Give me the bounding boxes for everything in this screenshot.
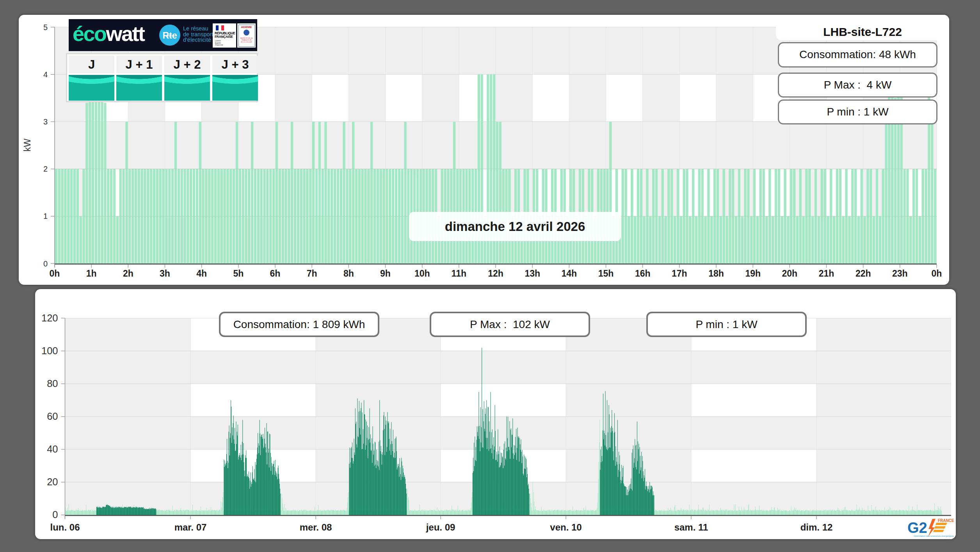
svg-text:sam. 11: sam. 11 <box>674 522 708 532</box>
svg-text:ven. 10: ven. 10 <box>550 522 582 532</box>
svg-text:5h: 5h <box>233 268 244 279</box>
svg-text:0h: 0h <box>50 268 60 279</box>
svg-text:19h: 19h <box>745 268 761 279</box>
svg-text:18h: 18h <box>708 268 724 279</box>
svg-text:14h: 14h <box>561 268 577 279</box>
svg-text:10h: 10h <box>414 268 430 279</box>
svg-text:G2: G2 <box>907 520 927 536</box>
svg-text:kW: kW <box>22 138 32 152</box>
svg-text:FRANCE: FRANCE <box>938 518 954 523</box>
svg-text:12h: 12h <box>488 268 503 279</box>
svg-text:7h: 7h <box>307 268 317 279</box>
svg-text:3: 3 <box>43 117 48 126</box>
svg-text:4h: 4h <box>196 268 207 279</box>
svg-text:17h: 17h <box>672 268 687 279</box>
svg-text:mer. 08: mer. 08 <box>300 522 332 532</box>
svg-text:Optimisation des ressources én: Optimisation des ressources énergétiques <box>914 535 954 537</box>
svg-text:jeu. 09: jeu. 09 <box>426 522 455 532</box>
svg-text:dim. 12: dim. 12 <box>800 522 833 532</box>
svg-text:0: 0 <box>43 259 48 268</box>
svg-text:22h: 22h <box>855 268 871 279</box>
svg-text:2: 2 <box>43 165 48 173</box>
svg-text:13h: 13h <box>525 268 540 279</box>
svg-text:20: 20 <box>47 476 58 487</box>
svg-text:lun. 06: lun. 06 <box>50 522 80 532</box>
svg-text:21h: 21h <box>819 268 834 279</box>
svg-text:23h: 23h <box>892 268 908 279</box>
svg-text:mar. 07: mar. 07 <box>174 522 207 532</box>
svg-text:4: 4 <box>43 70 48 79</box>
svg-text:0: 0 <box>52 509 58 520</box>
svg-text:0h: 0h <box>932 268 942 279</box>
svg-text:120: 120 <box>41 312 58 323</box>
svg-text:11h: 11h <box>452 268 466 279</box>
svg-text:15h: 15h <box>598 268 614 279</box>
svg-text:16h: 16h <box>635 268 651 279</box>
svg-text:1h: 1h <box>86 268 97 279</box>
svg-text:20h: 20h <box>782 268 797 279</box>
svg-text:80: 80 <box>47 378 58 389</box>
svg-text:3h: 3h <box>160 268 170 279</box>
svg-text:2h: 2h <box>123 268 133 279</box>
svg-text:9h: 9h <box>380 268 391 279</box>
svg-text:1: 1 <box>43 212 48 220</box>
svg-text:100: 100 <box>41 345 58 356</box>
svg-text:6h: 6h <box>270 268 281 279</box>
svg-text:60: 60 <box>47 411 58 422</box>
svg-text:40: 40 <box>47 444 58 454</box>
svg-text:5: 5 <box>43 23 48 32</box>
svg-text:8h: 8h <box>343 268 354 279</box>
